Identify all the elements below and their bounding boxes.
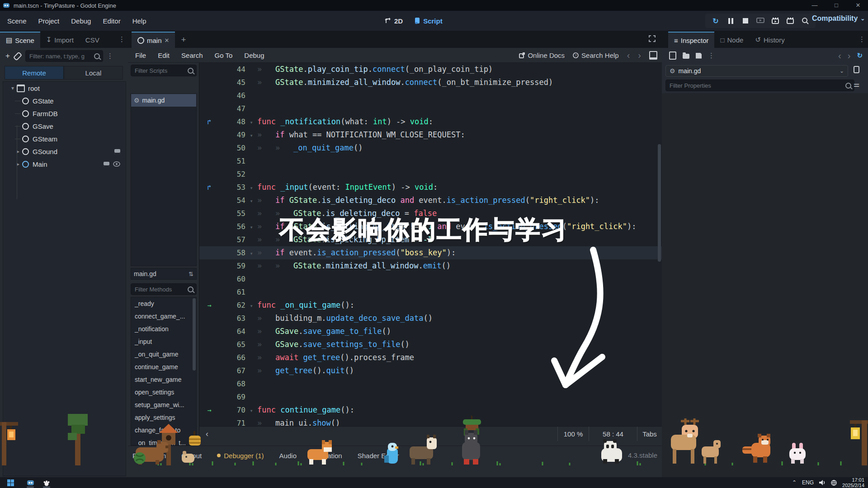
maximize-icon[interactable]: □ bbox=[827, 0, 845, 11]
tree-node-main[interactable]: ▸Main bbox=[3, 158, 126, 170]
code-line-65[interactable]: 65»GSave.save_settings_to_file() bbox=[199, 338, 662, 351]
scene-instance-icon[interactable] bbox=[114, 149, 120, 154]
filter-properties-input[interactable] bbox=[669, 82, 845, 89]
minimize-icon[interactable]: — bbox=[806, 0, 824, 11]
code-line-64[interactable]: 64»GSave.save_game_to_file() bbox=[199, 325, 662, 338]
bottom-panel-debugger-1-[interactable]: Debugger (1) bbox=[217, 452, 264, 460]
tree-node-gsave[interactable]: GSave bbox=[3, 120, 126, 132]
code-fold-icon[interactable]: ▾ bbox=[245, 221, 257, 234]
code-line-52[interactable]: 52 bbox=[199, 168, 662, 181]
taskbar-tinypasture-icon[interactable] bbox=[40, 477, 53, 488]
menu-editor[interactable]: Editor bbox=[103, 17, 120, 25]
tree-node-farmdb[interactable]: FarmDB bbox=[3, 107, 126, 120]
filter-scripts-input[interactable] bbox=[134, 67, 188, 75]
menu-scene[interactable]: Scene bbox=[7, 17, 27, 25]
code-line-66[interactable]: 66»await get_tree().process_frame bbox=[199, 351, 662, 364]
filter-properties[interactable] bbox=[665, 80, 854, 91]
filter-scripts[interactable] bbox=[131, 65, 197, 76]
method-item[interactable]: start_new_game bbox=[131, 373, 196, 386]
method-item[interactable]: open_settings bbox=[131, 386, 196, 399]
override-method-icon[interactable]: ↱ bbox=[199, 181, 219, 194]
method-item[interactable]: _on_quit_game bbox=[131, 348, 196, 361]
instance-scene-icon[interactable] bbox=[13, 52, 23, 61]
scene-instance-icon[interactable] bbox=[104, 162, 109, 167]
method-item[interactable]: _ready bbox=[131, 297, 196, 310]
collapse-scripts-panel-icon[interactable]: ‹ bbox=[206, 429, 208, 439]
script-menu-edit[interactable]: Edit bbox=[158, 52, 170, 59]
code-fold-icon[interactable]: ▾ bbox=[245, 247, 257, 260]
tab-inspector[interactable]: ≡ Inspector bbox=[668, 32, 714, 48]
code-line-63[interactable]: 63»building_m.update_deco_save_data() bbox=[199, 312, 662, 325]
save-resource-icon[interactable] bbox=[696, 53, 702, 59]
code-line-59[interactable]: 59»»GState.minimized_all_window.emit() bbox=[199, 259, 662, 272]
bottom-panel-output[interactable]: Output bbox=[181, 452, 202, 460]
code-line-62[interactable]: →62▾func _on_quit_game(): bbox=[199, 299, 662, 312]
scene-filter-input[interactable] bbox=[28, 52, 94, 60]
new-resource-icon[interactable] bbox=[669, 52, 676, 60]
workspace-tab-script[interactable]: Script bbox=[415, 17, 443, 25]
bottom-panel-animation[interactable]: Animation bbox=[312, 452, 342, 460]
method-item[interactable]: continue_game bbox=[131, 361, 196, 373]
scene-filter[interactable] bbox=[25, 50, 103, 62]
filter-methods[interactable] bbox=[131, 283, 197, 295]
code-line-46[interactable]: 46 bbox=[199, 89, 662, 102]
close-tab-icon[interactable]: ✕ bbox=[165, 37, 170, 44]
script-menu-debug[interactable]: Debug bbox=[244, 52, 264, 59]
menu-debug[interactable]: Debug bbox=[71, 17, 91, 25]
indent-type[interactable]: Tabs bbox=[637, 427, 662, 441]
clock[interactable]: 17:01 2025/2/14 bbox=[842, 477, 864, 488]
menu-project[interactable]: Project bbox=[38, 17, 60, 25]
edited-object-selector[interactable]: ⚙ main.gd ⌄ bbox=[665, 65, 848, 77]
taskbar-godot-icon[interactable] bbox=[24, 477, 37, 488]
frame-advance-icon[interactable] bbox=[786, 17, 794, 25]
tab-import[interactable]: ↧ Import bbox=[40, 32, 80, 48]
code-fold-icon[interactable]: ▾ bbox=[245, 116, 257, 129]
workspace-tab-2d[interactable]: 2D bbox=[384, 17, 403, 25]
code-line-53[interactable]: ↱53▾func _input(event: InputEvent) -> vo… bbox=[199, 181, 662, 194]
tab-scene[interactable]: ▤ Scene bbox=[0, 32, 40, 48]
run-project-icon[interactable] bbox=[756, 17, 764, 25]
bottom-panel-audio[interactable]: Audio bbox=[279, 452, 297, 460]
code-line-50[interactable]: 50»»_on_quit_game() bbox=[199, 141, 662, 155]
code-line-58[interactable]: 58▾»if event.is_action_pressed("boss_key… bbox=[199, 246, 662, 259]
code-scrollbar[interactable] bbox=[658, 144, 661, 262]
new-tab-button[interactable]: + bbox=[175, 32, 192, 48]
methods-scrollbar[interactable] bbox=[193, 298, 196, 371]
volume-icon[interactable] bbox=[819, 480, 826, 485]
code-line-68[interactable]: 68 bbox=[199, 377, 662, 390]
bottom-panel-filesystem[interactable]: FileSystem bbox=[132, 452, 166, 460]
tab-history[interactable]: ↺ History bbox=[749, 32, 790, 48]
code-line-48[interactable]: ↱48▾func _notification(what: int) -> voi… bbox=[199, 115, 662, 128]
replay-icon[interactable]: ↻ bbox=[712, 17, 720, 25]
instance-options-icon[interactable] bbox=[801, 17, 809, 25]
code-line-51[interactable]: 51 bbox=[199, 155, 662, 168]
online-docs-button[interactable]: Online Docs bbox=[519, 52, 565, 59]
method-item[interactable]: _input bbox=[131, 335, 196, 348]
object-history-icon[interactable]: ↻ bbox=[857, 52, 863, 60]
close-icon[interactable]: ✕ bbox=[849, 0, 867, 11]
visibility-eye-icon[interactable] bbox=[113, 161, 120, 167]
dock-options-icon[interactable]: ⋮ bbox=[118, 35, 125, 43]
history-back-icon[interactable]: ‹ bbox=[627, 51, 630, 60]
history-forward-icon[interactable]: › bbox=[638, 51, 641, 60]
inspector-options-icon[interactable]: ⋮ bbox=[859, 35, 865, 43]
bottom-panel-shader-editor[interactable]: Shader Editor bbox=[358, 452, 399, 460]
code-line-70[interactable]: →70▾func continue_game(): bbox=[199, 404, 662, 417]
add-node-icon[interactable]: + bbox=[5, 52, 10, 61]
inspector-back-icon[interactable]: ‹ bbox=[838, 51, 841, 60]
code-line-47[interactable]: 47 bbox=[199, 102, 662, 115]
sort-methods-icon[interactable]: ⇅ bbox=[189, 271, 193, 277]
zoom-level[interactable]: 100 % bbox=[557, 427, 589, 441]
code-fold-icon[interactable]: ▾ bbox=[245, 300, 257, 313]
resource-options-icon[interactable]: ⋮ bbox=[708, 52, 715, 60]
code-line-61[interactable]: 61 bbox=[199, 286, 662, 299]
method-item[interactable]: connect_game_... bbox=[131, 310, 196, 323]
connected-signal-icon[interactable]: → bbox=[199, 299, 219, 312]
code-line-69[interactable]: 69 bbox=[199, 390, 662, 404]
start-button[interactable] bbox=[4, 477, 17, 488]
code-line-71[interactable]: 71»main_ui.show() bbox=[199, 417, 662, 426]
script-item-main.gd[interactable]: ⚙main.gd bbox=[131, 94, 196, 107]
code-fold-icon[interactable]: ▾ bbox=[245, 404, 257, 418]
code-fold-icon[interactable]: ▾ bbox=[245, 195, 257, 208]
method-item[interactable]: _notification bbox=[131, 323, 196, 335]
